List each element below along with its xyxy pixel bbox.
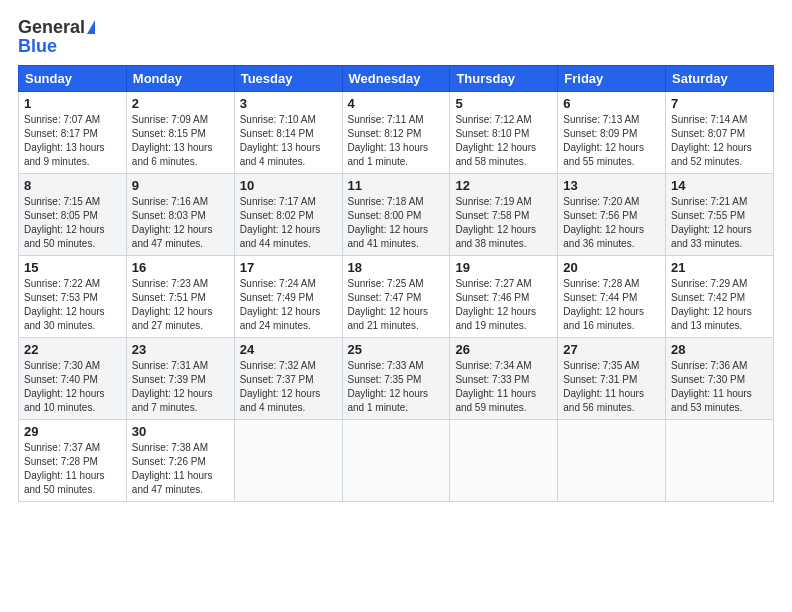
calendar-cell: 25Sunrise: 7:33 AM Sunset: 7:35 PM Dayli… — [342, 338, 450, 420]
day-info: Sunrise: 7:19 AM Sunset: 7:58 PM Dayligh… — [455, 195, 552, 251]
day-number: 17 — [240, 260, 337, 275]
logo-triangle-icon — [87, 20, 95, 34]
calendar-cell: 7Sunrise: 7:14 AM Sunset: 8:07 PM Daylig… — [666, 92, 774, 174]
calendar-cell: 30Sunrise: 7:38 AM Sunset: 7:26 PM Dayli… — [126, 420, 234, 502]
weekday-header-row: SundayMondayTuesdayWednesdayThursdayFrid… — [19, 66, 774, 92]
day-number: 26 — [455, 342, 552, 357]
weekday-header-wednesday: Wednesday — [342, 66, 450, 92]
weekday-header-monday: Monday — [126, 66, 234, 92]
day-info: Sunrise: 7:14 AM Sunset: 8:07 PM Dayligh… — [671, 113, 768, 169]
calendar-cell: 6Sunrise: 7:13 AM Sunset: 8:09 PM Daylig… — [558, 92, 666, 174]
day-number: 25 — [348, 342, 445, 357]
day-number: 30 — [132, 424, 229, 439]
calendar-cell — [666, 420, 774, 502]
day-info: Sunrise: 7:23 AM Sunset: 7:51 PM Dayligh… — [132, 277, 229, 333]
day-info: Sunrise: 7:33 AM Sunset: 7:35 PM Dayligh… — [348, 359, 445, 415]
day-info: Sunrise: 7:24 AM Sunset: 7:49 PM Dayligh… — [240, 277, 337, 333]
day-info: Sunrise: 7:18 AM Sunset: 8:00 PM Dayligh… — [348, 195, 445, 251]
weekday-header-tuesday: Tuesday — [234, 66, 342, 92]
day-number: 14 — [671, 178, 768, 193]
calendar-cell: 1Sunrise: 7:07 AM Sunset: 8:17 PM Daylig… — [19, 92, 127, 174]
calendar-cell: 26Sunrise: 7:34 AM Sunset: 7:33 PM Dayli… — [450, 338, 558, 420]
weekday-header-friday: Friday — [558, 66, 666, 92]
calendar-cell — [342, 420, 450, 502]
logo: General Blue — [18, 18, 95, 57]
logo-blue-text: Blue — [18, 36, 57, 57]
day-number: 6 — [563, 96, 660, 111]
day-info: Sunrise: 7:30 AM Sunset: 7:40 PM Dayligh… — [24, 359, 121, 415]
calendar-cell: 9Sunrise: 7:16 AM Sunset: 8:03 PM Daylig… — [126, 174, 234, 256]
day-number: 13 — [563, 178, 660, 193]
weekday-header-saturday: Saturday — [666, 66, 774, 92]
calendar-week-row: 8Sunrise: 7:15 AM Sunset: 8:05 PM Daylig… — [19, 174, 774, 256]
calendar-cell: 15Sunrise: 7:22 AM Sunset: 7:53 PM Dayli… — [19, 256, 127, 338]
day-number: 16 — [132, 260, 229, 275]
day-number: 19 — [455, 260, 552, 275]
calendar-cell: 3Sunrise: 7:10 AM Sunset: 8:14 PM Daylig… — [234, 92, 342, 174]
calendar-cell: 22Sunrise: 7:30 AM Sunset: 7:40 PM Dayli… — [19, 338, 127, 420]
day-number: 12 — [455, 178, 552, 193]
day-number: 15 — [24, 260, 121, 275]
day-number: 18 — [348, 260, 445, 275]
day-info: Sunrise: 7:17 AM Sunset: 8:02 PM Dayligh… — [240, 195, 337, 251]
day-number: 11 — [348, 178, 445, 193]
calendar-week-row: 15Sunrise: 7:22 AM Sunset: 7:53 PM Dayli… — [19, 256, 774, 338]
calendar-cell: 11Sunrise: 7:18 AM Sunset: 8:00 PM Dayli… — [342, 174, 450, 256]
calendar-week-row: 22Sunrise: 7:30 AM Sunset: 7:40 PM Dayli… — [19, 338, 774, 420]
day-number: 9 — [132, 178, 229, 193]
calendar-cell: 21Sunrise: 7:29 AM Sunset: 7:42 PM Dayli… — [666, 256, 774, 338]
calendar-cell: 16Sunrise: 7:23 AM Sunset: 7:51 PM Dayli… — [126, 256, 234, 338]
header: General Blue — [18, 18, 774, 57]
day-number: 8 — [24, 178, 121, 193]
calendar-cell — [558, 420, 666, 502]
day-number: 21 — [671, 260, 768, 275]
calendar-cell: 24Sunrise: 7:32 AM Sunset: 7:37 PM Dayli… — [234, 338, 342, 420]
weekday-header-thursday: Thursday — [450, 66, 558, 92]
day-number: 5 — [455, 96, 552, 111]
day-number: 4 — [348, 96, 445, 111]
day-info: Sunrise: 7:34 AM Sunset: 7:33 PM Dayligh… — [455, 359, 552, 415]
calendar-cell: 12Sunrise: 7:19 AM Sunset: 7:58 PM Dayli… — [450, 174, 558, 256]
day-number: 1 — [24, 96, 121, 111]
calendar-table: SundayMondayTuesdayWednesdayThursdayFrid… — [18, 65, 774, 502]
calendar-cell: 18Sunrise: 7:25 AM Sunset: 7:47 PM Dayli… — [342, 256, 450, 338]
day-info: Sunrise: 7:25 AM Sunset: 7:47 PM Dayligh… — [348, 277, 445, 333]
day-number: 22 — [24, 342, 121, 357]
calendar-cell: 17Sunrise: 7:24 AM Sunset: 7:49 PM Dayli… — [234, 256, 342, 338]
calendar-cell — [234, 420, 342, 502]
calendar-cell: 14Sunrise: 7:21 AM Sunset: 7:55 PM Dayli… — [666, 174, 774, 256]
day-number: 23 — [132, 342, 229, 357]
day-info: Sunrise: 7:37 AM Sunset: 7:28 PM Dayligh… — [24, 441, 121, 497]
day-info: Sunrise: 7:29 AM Sunset: 7:42 PM Dayligh… — [671, 277, 768, 333]
logo-general-text: General — [18, 18, 85, 36]
calendar-cell: 23Sunrise: 7:31 AM Sunset: 7:39 PM Dayli… — [126, 338, 234, 420]
calendar-week-row: 29Sunrise: 7:37 AM Sunset: 7:28 PM Dayli… — [19, 420, 774, 502]
day-info: Sunrise: 7:21 AM Sunset: 7:55 PM Dayligh… — [671, 195, 768, 251]
day-number: 10 — [240, 178, 337, 193]
weekday-header-sunday: Sunday — [19, 66, 127, 92]
day-number: 2 — [132, 96, 229, 111]
day-info: Sunrise: 7:27 AM Sunset: 7:46 PM Dayligh… — [455, 277, 552, 333]
calendar-cell: 5Sunrise: 7:12 AM Sunset: 8:10 PM Daylig… — [450, 92, 558, 174]
calendar-cell: 8Sunrise: 7:15 AM Sunset: 8:05 PM Daylig… — [19, 174, 127, 256]
day-number: 29 — [24, 424, 121, 439]
calendar-cell: 20Sunrise: 7:28 AM Sunset: 7:44 PM Dayli… — [558, 256, 666, 338]
day-info: Sunrise: 7:28 AM Sunset: 7:44 PM Dayligh… — [563, 277, 660, 333]
day-number: 3 — [240, 96, 337, 111]
day-info: Sunrise: 7:22 AM Sunset: 7:53 PM Dayligh… — [24, 277, 121, 333]
day-info: Sunrise: 7:16 AM Sunset: 8:03 PM Dayligh… — [132, 195, 229, 251]
calendar-cell: 19Sunrise: 7:27 AM Sunset: 7:46 PM Dayli… — [450, 256, 558, 338]
day-info: Sunrise: 7:20 AM Sunset: 7:56 PM Dayligh… — [563, 195, 660, 251]
calendar-cell: 10Sunrise: 7:17 AM Sunset: 8:02 PM Dayli… — [234, 174, 342, 256]
calendar-cell: 13Sunrise: 7:20 AM Sunset: 7:56 PM Dayli… — [558, 174, 666, 256]
day-number: 27 — [563, 342, 660, 357]
day-info: Sunrise: 7:35 AM Sunset: 7:31 PM Dayligh… — [563, 359, 660, 415]
day-number: 7 — [671, 96, 768, 111]
day-number: 24 — [240, 342, 337, 357]
day-info: Sunrise: 7:10 AM Sunset: 8:14 PM Dayligh… — [240, 113, 337, 169]
calendar-cell: 27Sunrise: 7:35 AM Sunset: 7:31 PM Dayli… — [558, 338, 666, 420]
day-info: Sunrise: 7:15 AM Sunset: 8:05 PM Dayligh… — [24, 195, 121, 251]
day-info: Sunrise: 7:07 AM Sunset: 8:17 PM Dayligh… — [24, 113, 121, 169]
day-number: 28 — [671, 342, 768, 357]
day-info: Sunrise: 7:09 AM Sunset: 8:15 PM Dayligh… — [132, 113, 229, 169]
